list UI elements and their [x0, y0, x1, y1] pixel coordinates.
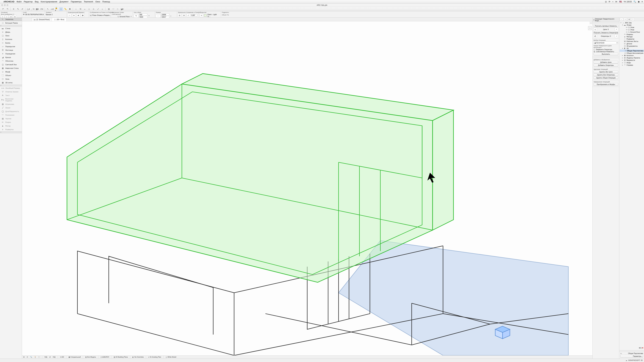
execute-button[interactable]: Выполнить: [594, 53, 618, 55]
tree-story-3[interactable]: ▭3. Этаж: [620, 26, 644, 28]
tree-help[interactable]: ▸?Справка: [620, 64, 644, 66]
tool-marquee[interactable]: ▭Бегущая Рамка: [0, 21, 22, 25]
size-lock-icon[interactable]: ⟐: [170, 15, 172, 17]
bb-allmodel[interactable]: ▥ Вся Модель: [85, 356, 96, 358]
tree-story-1[interactable]: ▭1. Ground Floor: [620, 31, 644, 33]
bb-walk-icon[interactable]: 🚶: [34, 356, 36, 358]
tool-railing[interactable]: ≡Ограждение: [0, 52, 22, 56]
opt-operator-attrs[interactable]: Реквизиты Оператора: [594, 49, 618, 50]
bb-exist[interactable]: ⎚ 01 Existing Plan: [148, 356, 161, 358]
snap-grid-icon[interactable]: ▦▾: [36, 7, 39, 11]
tool-dim-level[interactable]: ▽Отметка Уровня: [0, 90, 22, 94]
bt-icon[interactable]: ⇅: [134, 14, 138, 17]
tool-text[interactable]: AТекст: [0, 94, 22, 97]
tree-stories[interactable]: ▾▬Этажи: [620, 24, 644, 26]
bb-overrides[interactable]: ◐ No Overrides: [132, 356, 144, 358]
solid-ops-menu-icon[interactable]: ▾: [594, 19, 594, 21]
redo-icon[interactable]: ↷: [6, 7, 9, 11]
tree-perspective[interactable]: ▭Общая Перспектива: [620, 49, 644, 52]
delete-icon[interactable]: ✖: [68, 7, 72, 11]
lock-tool-icon[interactable]: 🔒▾: [55, 7, 58, 11]
menu-options[interactable]: Параметры: [71, 0, 82, 3]
layer-value[interactable]: 00 05 ПЕРЕКРЫТИЯ.А: [25, 13, 44, 15]
tool-drawing[interactable]: ▤Чертеж: [0, 117, 22, 120]
tree-interiors[interactable]: ⟡Развертки: [620, 38, 644, 40]
add-operators-button[interactable]: Добавить Операторы: [594, 64, 618, 67]
split-icon[interactable]: ⎌: [88, 7, 91, 11]
undo-icon[interactable]: ↶: [1, 7, 5, 11]
tool-fill[interactable]: ▨Штриховка: [0, 102, 22, 106]
menu-document[interactable]: Документ: [60, 0, 68, 3]
bt-top-input[interactable]: [139, 13, 147, 16]
solid-ops-icon[interactable]: ◪▾: [120, 7, 124, 11]
surface-value[interactable]: Paint - Light G…: [208, 13, 220, 17]
trim-icon[interactable]: ⎋: [92, 7, 95, 11]
del-all-targets-button[interactable]: Удалить Все Цели: [594, 70, 618, 73]
op-select[interactable]: ◪Вычитание▾: [594, 41, 618, 44]
tool-elevation[interactable]: ▲Фасад: [0, 124, 22, 128]
tool-arc[interactable]: ◯Дуга/Окружность: [0, 110, 22, 113]
tool-curtain[interactable]: ▦Навесная Стена: [0, 66, 22, 70]
geom-opt2-icon[interactable]: ◈: [72, 13, 76, 17]
tool-beam[interactable]: ═Балка: [0, 41, 22, 45]
nav-layouts-icon[interactable]: ▤: [628, 18, 631, 21]
graphisoft-id[interactable]: GRAPHISOFT ID: [628, 360, 643, 361]
tool-morph[interactable]: ◇Морф: [0, 70, 22, 74]
bb-special[interactable]: ▦ Специальный: [68, 356, 81, 358]
pick-icon[interactable]: ✳: [12, 7, 15, 11]
bb-arrows-icon[interactable]: ⇄: [49, 356, 51, 358]
footer-params-button[interactable]: Параметры…: [620, 355, 643, 358]
tool-arrow[interactable]: ↖Указатель: [0, 17, 22, 21]
own-value[interactable]: 1. Ground Floor: [118, 15, 130, 17]
nav-views-icon[interactable]: ▭: [624, 18, 627, 21]
tree-story-2[interactable]: ▭2. Этаж: [620, 28, 644, 31]
bb-zoom-icon[interactable]: 🔍: [30, 356, 32, 358]
tree-details[interactable]: ◎Детали: [620, 42, 644, 45]
resize-icon[interactable]: ⤢: [96, 7, 100, 11]
size-icon[interactable]: ⬚: [156, 14, 160, 17]
size-w-input[interactable]: [161, 13, 169, 16]
surface-icon[interactable]: ≋: [200, 14, 203, 17]
operator-pick-icon[interactable]: ↗: [615, 34, 618, 38]
tree-indexes[interactable]: ▸▥Индексы Проекта: [620, 56, 644, 59]
snap-point-icon[interactable]: ⋰▾: [31, 7, 34, 11]
nav-close-icon[interactable]: ✖: [642, 347, 643, 349]
del-all-operators-button[interactable]: Удалить Все Операторы: [594, 73, 618, 76]
tab-ground-floor[interactable]: ▬[1. Ground Floor]: [32, 18, 52, 21]
tool-dim-linear[interactable]: ⟷Линейный Размер: [0, 86, 22, 90]
trace-palette[interactable]: ⧉: [588, 26, 592, 30]
bt-chain-icon[interactable]: ⚬: [148, 15, 150, 17]
toolbox-sep-design[interactable]: [0, 25, 22, 27]
angle-input[interactable]: [191, 14, 197, 16]
tree-root[interactable]: ▾⌂ARC-3ds: [620, 22, 644, 24]
mirror-v-icon[interactable]: ▤: [182, 13, 186, 17]
tool-label[interactable]: A↘Выносная Надпись: [0, 97, 22, 102]
menu-help[interactable]: Помощь: [102, 0, 110, 3]
drag-icon[interactable]: ↔: [74, 7, 78, 11]
bb-scale[interactable]: 1:100: [60, 356, 64, 358]
tool-door[interactable]: ⎆Дверь: [0, 30, 22, 34]
geom-opt3-icon[interactable]: ◆: [76, 13, 80, 17]
surface-swatch[interactable]: [204, 14, 206, 17]
status-menu-icon[interactable]: ≡: [642, 0, 643, 3]
align-icon[interactable]: ⎍: [116, 7, 119, 11]
status-search-icon[interactable]: 🔍: [634, 0, 636, 3]
element-value[interactable]: Крыша 1: [46, 13, 53, 15]
bb-fit-icon[interactable]: ⛶: [38, 356, 40, 358]
tree-worksheets[interactable]: ▤Рабочие Листы: [620, 40, 644, 42]
display-value[interactable]: План Этажа и Разрез…: [92, 14, 111, 16]
menu-view[interactable]: Вид: [35, 0, 38, 3]
tab-3d-all[interactable]: ◫[3D / Все]: [52, 18, 66, 21]
layer-eye-icon[interactable]: 👁: [23, 13, 25, 15]
tool-zone[interactable]: ⬡Зона: [0, 77, 22, 81]
display-icon[interactable]: ▥: [90, 13, 92, 17]
measure-icon[interactable]: 📏: [64, 7, 67, 11]
bb-plans[interactable]: ▤ 03 Building Plans: [114, 356, 128, 358]
tool-stair[interactable]: ☰Лестница: [0, 48, 22, 52]
geom-opt1-icon[interactable]: ◇: [68, 13, 71, 17]
cloud-icon[interactable]: ☁: [626, 360, 627, 361]
tool-skylight[interactable]: ◫Световой Люк: [0, 63, 22, 66]
tree-axonometry[interactable]: ▭Общая Аксонометрия: [620, 52, 644, 54]
toolbox-sep-doc[interactable]: [0, 84, 22, 86]
menu-design[interactable]: Конструирование: [41, 0, 57, 3]
